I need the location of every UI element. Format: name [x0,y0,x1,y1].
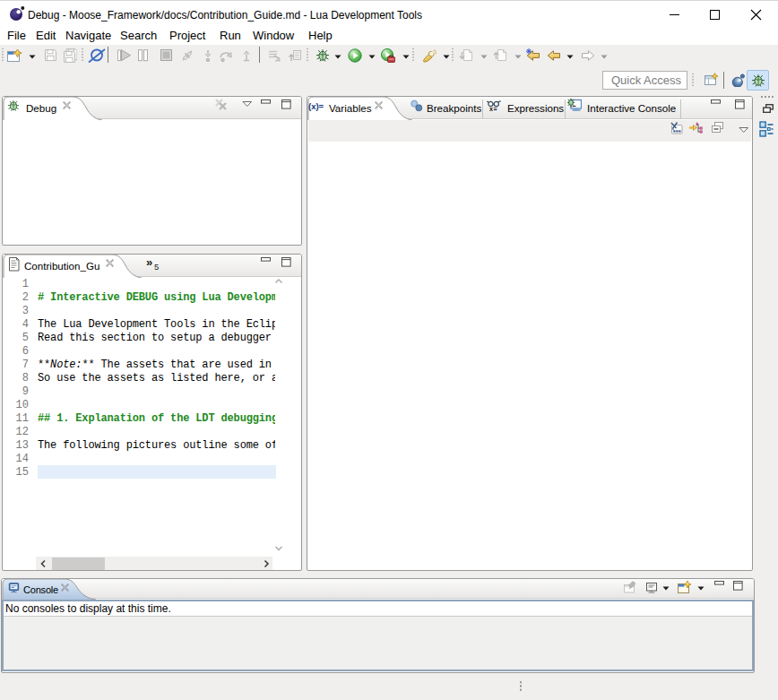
svg-text:x: x [489,106,493,112]
svg-text:=: = [494,106,497,112]
svg-text:(x)=: (x)= [308,101,324,111]
